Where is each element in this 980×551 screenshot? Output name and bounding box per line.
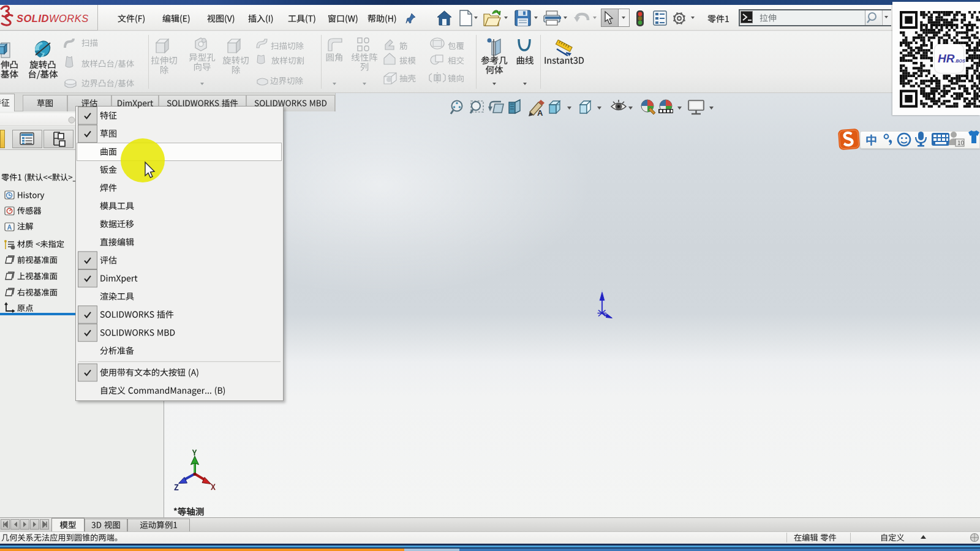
svg-text:A: A — [537, 108, 543, 118]
